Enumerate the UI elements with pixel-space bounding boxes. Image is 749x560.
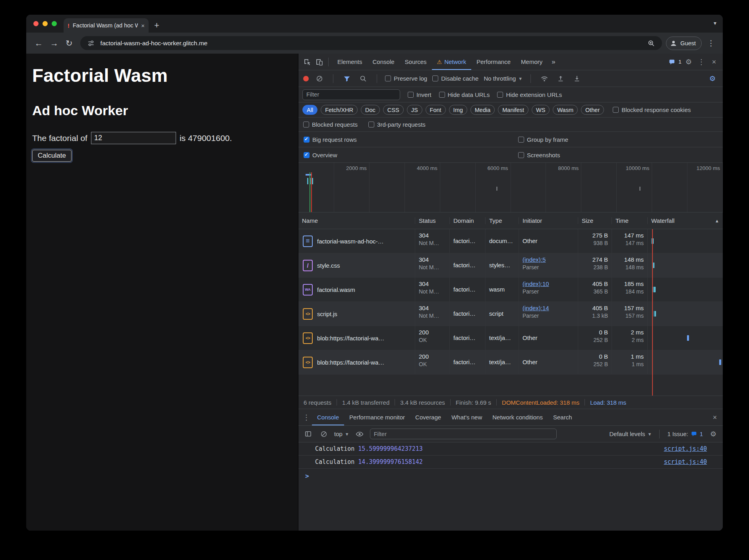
console-settings-icon[interactable]: ⚙ [708,429,719,440]
filter-chip-other[interactable]: Other [581,105,604,115]
clear-console-icon[interactable] [318,429,329,440]
import-har-icon[interactable] [555,73,566,84]
filter-chip-fetch-xhr[interactable]: Fetch/XHR [321,105,358,115]
column-header-size[interactable]: Size [578,217,612,224]
console-sidebar-icon[interactable] [302,429,314,440]
drawer-tab-search[interactable]: Search [548,409,577,425]
devtools-settings-icon[interactable]: ⚙ [683,56,694,68]
drawer-tab-performance-monitor[interactable]: Performance monitor [344,409,410,425]
preserve-log-checkbox[interactable]: Preserve log [385,75,427,82]
devtools-tab-sources[interactable]: Sources [400,54,432,70]
request-row[interactable]: script.js304Not M…factori…script(index):… [298,302,723,326]
filter-chip-ws[interactable]: WS [532,105,550,115]
eye-icon[interactable] [354,429,365,440]
filter-chip-font[interactable]: Font [426,105,446,115]
request-row[interactable]: factorial.wasm304Not M…factori…wasm(inde… [298,278,723,302]
filter-chip-wasm[interactable]: Wasm [553,105,578,115]
column-header-type[interactable]: Type [485,217,519,224]
devtools-tab-network[interactable]: ⚠Network [432,54,472,70]
column-header-waterfall[interactable]: Waterfall▲ [647,217,723,224]
back-button[interactable]: ← [31,39,46,48]
search-icon[interactable] [358,73,369,84]
guest-profile-button[interactable]: Guest [666,37,702,50]
request-row[interactable]: style.css304Not M…factori…styles…(index)… [298,253,723,278]
initiator-link[interactable]: (index):5 [523,256,574,264]
column-header-time[interactable]: Time [612,217,647,224]
initiator-link[interactable]: (index):10 [523,280,574,288]
throttling-dropdown[interactable]: No throttling▼ [484,75,523,82]
issues-counter[interactable]: 1 Issue: 1 [667,431,703,437]
drawer-close-icon[interactable]: × [709,412,720,423]
filter-chip-doc[interactable]: Doc [361,105,380,115]
close-window-button[interactable] [33,21,39,26]
drawer-tab-what-s-new[interactable]: What's new [446,409,487,425]
inspect-element-icon[interactable] [302,56,313,68]
console-source-link[interactable]: script.js:40 [664,458,707,465]
devtools-tab-console[interactable]: Console [368,54,400,70]
hide-data-urls-checkbox[interactable]: Hide data URLs [439,91,490,98]
big-request-rows-checkbox[interactable]: Big request rows [304,136,518,143]
zoom-icon[interactable] [646,38,657,49]
network-overview-timeline[interactable]: 2000 ms4000 ms6000 ms8000 ms10000 ms1200… [298,163,723,212]
maximize-window-button[interactable] [52,21,57,26]
column-header-status[interactable]: Status [415,217,449,224]
console-filter-input[interactable] [370,429,557,439]
new-tab-button[interactable]: + [149,18,165,33]
blocked-requests-checkbox[interactable]: Blocked requests [303,121,358,128]
filter-chip-manifest[interactable]: Manifest [498,105,528,115]
filter-icon[interactable] [341,73,352,84]
filter-chip-all[interactable]: All [302,105,317,115]
browser-tab[interactable]: ! Factorial Wasm (ad hoc Worl × [64,18,149,33]
device-toolbar-icon[interactable] [314,56,325,68]
console-prompt-chevron[interactable]: > [298,469,723,480]
filter-chip-js[interactable]: JS [407,105,422,115]
calculate-button[interactable]: Calculate [32,150,72,162]
log-levels-dropdown[interactable]: Default levels▼ [609,431,652,437]
blocked-response-cookies-checkbox[interactable]: Blocked response cookies [613,106,691,113]
filter-chip-css[interactable]: CSS [383,105,404,115]
drawer-menu-icon[interactable]: ⋮ [301,412,312,423]
console-source-link[interactable]: script.js:40 [664,445,707,452]
reload-button[interactable]: ↻ [62,39,76,48]
request-row[interactable]: factorial-wasm-ad-hoc-…304Not M…factori…… [298,229,723,253]
devtools-close-icon[interactable]: × [708,56,720,68]
initiator-link[interactable]: (index):14 [523,304,574,312]
clear-network-log-icon[interactable] [314,73,325,84]
request-row[interactable]: blob:https://factorial-wa…200OKfactori…t… [298,326,723,350]
screenshots-checkbox[interactable]: Screenshots [518,152,560,158]
tab-close-icon[interactable]: × [141,22,145,29]
column-header-name[interactable]: Name [298,217,415,224]
export-har-icon[interactable] [571,73,583,84]
network-filter-input[interactable] [302,89,400,100]
more-tabs-icon[interactable]: » [548,58,558,66]
third-party-requests-checkbox[interactable]: 3rd-party requests [368,121,426,128]
network-conditions-icon[interactable] [539,73,550,84]
drawer-tab-coverage[interactable]: Coverage [410,409,446,425]
drawer-tab-console[interactable]: Console [312,409,344,425]
devtools-tab-elements[interactable]: Elements [332,54,368,70]
minimize-window-button[interactable] [43,21,48,26]
devtools-tab-performance[interactable]: Performance [471,54,516,70]
console-context-dropdown[interactable]: top▼ [334,431,349,437]
forward-button[interactable]: → [46,39,62,48]
group-by-frame-checkbox[interactable]: Group by frame [518,136,568,143]
hide-extension-urls-checkbox[interactable]: Hide extension URLs [497,91,562,98]
filter-chip-media[interactable]: Media [470,105,495,115]
url-bar[interactable]: factorial-wasm-ad-hoc-worker.glitch.me [80,36,662,50]
network-settings-icon[interactable]: ⚙ [707,73,718,84]
invert-checkbox[interactable]: Invert [408,91,432,98]
request-row[interactable]: blob:https://factorial-wa…200OKfactori…t… [298,350,723,375]
browser-menu-button[interactable]: ⋮ [704,39,718,48]
column-header-initiator[interactable]: Initiator [519,217,578,224]
record-network-log-button[interactable] [303,76,309,81]
tab-search-button[interactable]: ▾ [714,20,716,26]
column-header-domain[interactable]: Domain [449,217,485,224]
drawer-tab-network-conditions[interactable]: Network conditions [487,409,548,425]
devtools-tab-memory[interactable]: Memory [516,54,548,70]
console-messages-icon[interactable] [666,56,677,68]
disable-cache-checkbox[interactable]: Disable cache [432,75,478,82]
site-settings-icon[interactable] [85,38,97,49]
factorial-input[interactable] [91,132,176,144]
filter-chip-img[interactable]: Img [449,105,467,115]
overview-checkbox[interactable]: Overview [304,152,518,158]
